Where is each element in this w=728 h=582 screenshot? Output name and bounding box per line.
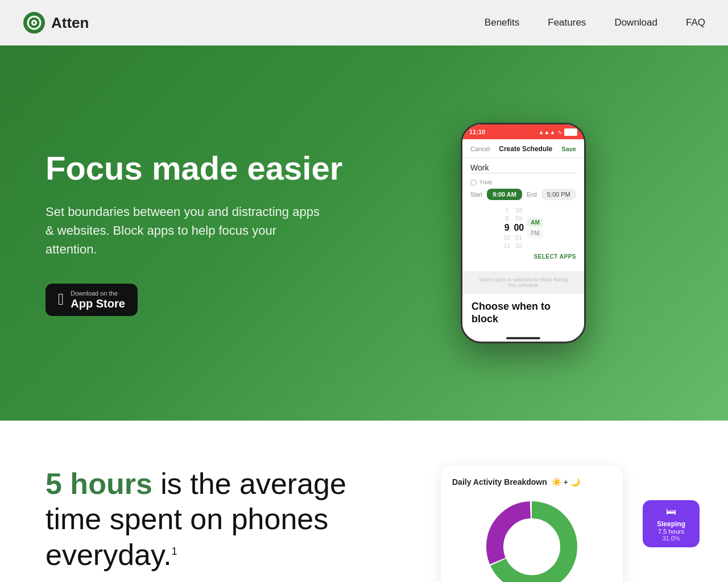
min-58: 58 xyxy=(515,207,522,214)
hero-subtitle: Set boundaries between you and distracti… xyxy=(46,202,330,259)
logo[interactable]: Atten xyxy=(23,11,89,34)
section2: 5 hours is the average time spent on pho… xyxy=(0,421,728,582)
phone-app-header: Cancel Create Schedule Save xyxy=(462,139,584,158)
sleeping-value: 7.5 hours xyxy=(652,528,690,535)
phone-bottom-section: Choose when to block xyxy=(462,294,584,332)
section2-left: 5 hours is the average time spent on pho… xyxy=(46,466,347,572)
phone-cancel-btn[interactable]: Cancel xyxy=(470,146,490,152)
phone-end-label: End xyxy=(527,192,537,198)
nav-benefits[interactable]: Benefits xyxy=(485,17,519,28)
chart-icons: ☀️ + 🌙 xyxy=(552,477,580,487)
chart-title-row: Daily Activity Breakdown ☀️ + 🌙 xyxy=(452,477,611,487)
navbar: Atten Benefits Features Download FAQ xyxy=(0,0,728,45)
nav-features[interactable]: Features xyxy=(548,17,586,28)
app-store-text-group: Download on the App Store xyxy=(71,290,125,309)
section2-highlight: 5 hours xyxy=(46,467,152,500)
phone-gray-strip: Select apps or websites to block duringt… xyxy=(462,271,584,294)
phone-start-label: Start xyxy=(470,192,482,198)
hour-7: 7 xyxy=(505,207,508,214)
section2-right: Daily Activity Breakdown ☀️ + 🌙 🛏 Sleepi… xyxy=(381,466,682,582)
donut-chart xyxy=(481,496,583,582)
phone-time: 11:10 xyxy=(469,128,485,135)
hero-left: Focus made easier Set boundaries between… xyxy=(46,150,364,316)
phone-hours-picker[interactable]: 7 8 9 10 11 xyxy=(503,207,510,249)
wifi-icon: ∿ xyxy=(557,129,562,135)
sleeping-pct: 31.0% xyxy=(652,535,690,542)
sleeping-badge: 🛏 Sleeping 7.5 hours 31.0% xyxy=(643,500,700,547)
phone-time-label-row: ◯ TIME xyxy=(470,179,576,185)
ampm-pm-btn[interactable]: PM xyxy=(527,228,543,238)
phone-end-value[interactable]: 5:00 PM xyxy=(541,189,576,200)
nav-download[interactable]: Download xyxy=(614,17,657,28)
battery-indicator: 100 xyxy=(564,128,577,136)
nav-links: Benefits Features Download FAQ xyxy=(485,17,705,28)
hour-8: 8 xyxy=(505,215,508,222)
hour-10: 10 xyxy=(503,234,510,241)
phone-schedule-name-input: Work xyxy=(470,163,576,173)
phone-minutes-picker[interactable]: 58 59 00 01 02 xyxy=(514,207,524,249)
phone-time-fields: Start 9:00 AM End 5:00 PM xyxy=(470,189,576,200)
signal-icon: ▲▲▲ xyxy=(539,129,556,135)
hero-section: Focus made easier Set boundaries between… xyxy=(0,45,728,421)
phone-home-indicator xyxy=(506,337,540,339)
app-store-button[interactable]:  Download on the App Store xyxy=(46,284,138,316)
phone-screen-title: Create Schedule xyxy=(499,145,552,153)
svg-point-3 xyxy=(33,22,35,24)
section2-footnote: 1 xyxy=(172,545,177,556)
sleeping-label: Sleeping xyxy=(652,520,690,528)
ampm-am-btn[interactable]: AM xyxy=(527,218,543,227)
phone-home-bar xyxy=(462,332,584,342)
min-00-selected: 00 xyxy=(514,223,524,233)
sleeping-icon: 🛏 xyxy=(652,506,690,518)
phone-time-section: ◯ TIME Start 9:00 AM End 5:00 PM 7 8 xyxy=(470,179,576,262)
phone-ampm-picker[interactable]: AM PM xyxy=(527,218,543,238)
hero-title: Focus made easier xyxy=(46,150,364,186)
phone-select-apps-btn[interactable]: SELECT APPS xyxy=(470,251,576,262)
phone-status-bar: 11:10 ▲▲▲ ∿ 100 xyxy=(462,124,584,139)
phone-app-body: Work ◯ TIME Start 9:00 AM End 5:00 PM xyxy=(462,158,584,271)
hour-9-selected: 9 xyxy=(504,223,510,233)
phone-feature-label: Choose when to block xyxy=(471,301,575,325)
phone-gray-text: Select apps or websites to block duringt… xyxy=(479,277,568,288)
min-01: 01 xyxy=(515,234,522,241)
phone-save-btn[interactable]: Save xyxy=(561,146,576,152)
chart-title: Daily Activity Breakdown xyxy=(452,477,547,487)
section2-title: 5 hours is the average time spent on pho… xyxy=(46,466,347,572)
chart-card: Daily Activity Breakdown ☀️ + 🌙 xyxy=(441,466,623,582)
phone-status-icons: ▲▲▲ ∿ 100 xyxy=(539,128,577,136)
phone-start-value[interactable]: 9:00 AM xyxy=(487,189,522,200)
phone-schedule-name-value: Work xyxy=(470,161,489,174)
hour-11: 11 xyxy=(503,242,510,249)
apple-icon:  xyxy=(58,290,64,309)
min-02: 02 xyxy=(515,242,522,249)
phone-time-picker[interactable]: 7 8 9 10 11 58 59 00 01 02 xyxy=(470,205,576,251)
logo-text: Atten xyxy=(51,14,89,32)
nav-faq[interactable]: FAQ xyxy=(686,17,705,28)
phone-mockup: 11:10 ▲▲▲ ∿ 100 Cancel Create Schedule S… xyxy=(461,123,586,343)
hero-right: 11:10 ▲▲▲ ∿ 100 Cancel Create Schedule S… xyxy=(364,123,682,343)
app-store-label: Download on the xyxy=(71,290,118,297)
min-59: 59 xyxy=(515,215,522,222)
logo-icon xyxy=(23,11,46,34)
phone-time-label: TIME xyxy=(479,180,493,185)
app-store-name: App Store xyxy=(71,298,125,309)
